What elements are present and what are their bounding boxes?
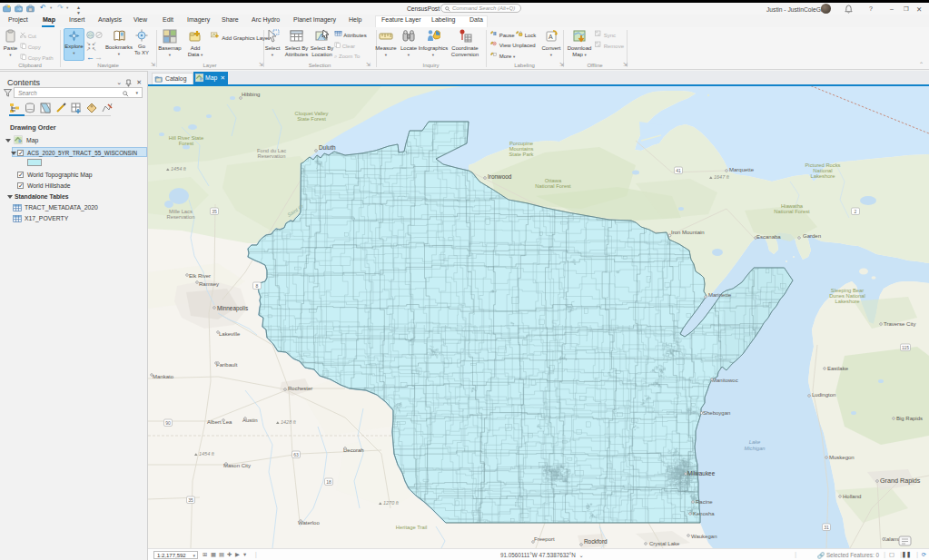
svg-text:State Forest: State Forest [297, 116, 326, 122]
svg-text:Rochester: Rochester [288, 386, 312, 391]
svg-text:Albert Lea: Albert Lea [207, 419, 232, 425]
svg-text:Heritage Trail: Heritage Trail [396, 525, 427, 530]
svg-text:Ironwood: Ironwood [488, 173, 512, 180]
svg-text:Forest: Forest [179, 141, 194, 146]
svg-text:Porcupine: Porcupine [509, 141, 533, 146]
svg-text:Traverse City: Traverse City [884, 321, 915, 327]
svg-text:Eastlake: Eastlake [827, 366, 849, 371]
svg-text:Michigan: Michigan [744, 446, 765, 451]
svg-text:1454 ft: 1454 ft [171, 166, 186, 172]
svg-text:Racine: Racine [696, 499, 713, 505]
svg-text:Manitowoc: Manitowoc [712, 378, 738, 383]
svg-text:Hill River State: Hill River State [169, 135, 203, 141]
svg-text:35: 35 [188, 497, 193, 503]
svg-text:State Park: State Park [509, 152, 533, 157]
svg-text:Ludington: Ludington [812, 392, 835, 398]
svg-text:Pictured Rocks: Pictured Rocks [805, 162, 841, 168]
svg-text:Duluth: Duluth [319, 144, 336, 151]
svg-text:Elk River: Elk River [189, 273, 211, 279]
svg-text:Sheboygan: Sheboygan [703, 410, 730, 416]
svg-text:Hibbing: Hibbing [242, 92, 260, 97]
svg-text:90: 90 [165, 420, 171, 426]
svg-text:Mille Lacs: Mille Lacs [169, 209, 193, 214]
svg-text:Minneapolis: Minneapolis [217, 305, 248, 312]
svg-text:Escanaba: Escanaba [756, 234, 781, 240]
svg-text:National Forest: National Forest [535, 183, 571, 189]
svg-text:Sleeping Bear: Sleeping Bear [831, 288, 864, 293]
svg-text:35: 35 [212, 209, 217, 214]
svg-text:Garden: Garden [803, 233, 821, 239]
svg-text:115: 115 [902, 345, 909, 350]
svg-text:63: 63 [293, 452, 299, 457]
svg-text:2: 2 [855, 209, 857, 214]
svg-text:Kenosha: Kenosha [693, 511, 715, 516]
svg-text:31: 31 [824, 525, 829, 530]
svg-text:Reservation: Reservation [167, 214, 195, 220]
svg-text:Lakeshore: Lakeshore [835, 299, 859, 304]
svg-text:Ottawa: Ottawa [545, 178, 562, 183]
svg-text:1454 ft: 1454 ft [199, 451, 214, 457]
svg-text:A: A [549, 34, 553, 40]
svg-text:1270 ft: 1270 ft [383, 500, 399, 506]
svg-text:Grand Rapids: Grand Rapids [880, 476, 921, 485]
svg-text:Mountains: Mountains [509, 146, 534, 152]
svg-text:Lakeville: Lakeville [219, 331, 241, 337]
svg-text:41: 41 [676, 168, 681, 173]
svg-text:National: National [813, 168, 832, 173]
svg-text:Freeport: Freeport [534, 536, 555, 542]
svg-text:Lake: Lake [749, 439, 761, 445]
svg-text:Muskegon: Muskegon [829, 455, 855, 460]
svg-text:Lakeshore: Lakeshore [810, 173, 835, 179]
svg-text:Cloquet Valley: Cloquet Valley [295, 111, 329, 116]
svg-text:1428 ft: 1428 ft [281, 419, 296, 425]
svg-text:Ramsey: Ramsey [199, 281, 219, 287]
svg-text:Big Rapids: Big Rapids [896, 416, 923, 421]
svg-text:Dunes National: Dunes National [829, 293, 865, 299]
svg-text:Waukegan: Waukegan [691, 534, 717, 539]
svg-text:Mankato: Mankato [153, 374, 174, 379]
svg-text:Holland: Holland [843, 494, 861, 499]
svg-text:18: 18 [326, 479, 331, 485]
svg-text:Fond du Lac: Fond du Lac [257, 148, 286, 153]
svg-text:Rockford: Rockford [584, 538, 608, 545]
svg-text:Iron Mountain: Iron Mountain [671, 230, 705, 235]
svg-text:Marquette: Marquette [729, 167, 755, 172]
svg-text:National Forest: National Forest [774, 209, 810, 214]
svg-text:Crystal Lake: Crystal Lake [649, 541, 680, 546]
svg-text:Hiawatha: Hiawatha [781, 203, 804, 209]
svg-text:Marinette: Marinette [708, 292, 732, 298]
svg-text:Milwaukee: Milwaukee [687, 470, 716, 476]
svg-text:1647 ft: 1647 ft [714, 174, 729, 180]
svg-text:Reservation: Reservation [258, 153, 286, 159]
svg-text:8: 8 [256, 283, 259, 289]
